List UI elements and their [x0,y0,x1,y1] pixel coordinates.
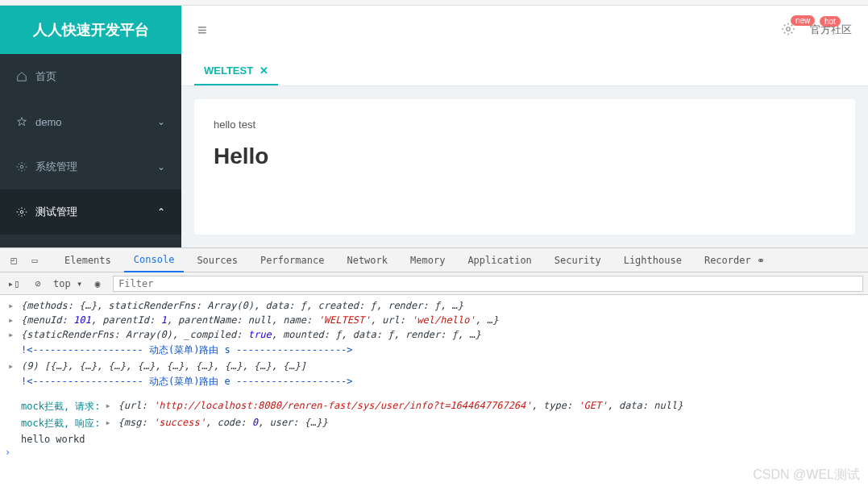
console-toolbar: ▸▯ ⊘ top ▾ ◉ [0,272,868,295]
devtools-tab-network[interactable]: Network [337,248,397,272]
console-log: !<------------------- 动态(菜单)路由 s -------… [0,342,868,359]
star-icon [16,116,27,127]
chevron-down-icon: ⌄ [157,161,165,173]
device-icon[interactable]: ▭ [26,255,44,266]
console-log: hello workd [0,432,868,447]
devtools-tab-performance[interactable]: Performance [251,248,334,272]
sidebar-item-system[interactable]: 系统管理 ⌄ [0,144,181,189]
watermark: CSDN @WEL测试 [753,467,860,484]
sidebar-item-home[interactable]: 首页 [0,54,181,99]
devtools-tabs: ◰ ▭ Elements Console Sources Performance… [0,248,868,272]
home-icon [16,71,27,82]
console-output: ▸{methods: {…}, staticRenderFns: Array(0… [0,295,868,461]
gear-icon [16,206,27,218]
brand-title: 人人快速开发平台 [0,6,181,54]
chevron-down-icon: ⌄ [157,116,165,127]
svg-point-2 [787,27,791,31]
sidebar-item-label: 首页 [35,69,56,84]
svg-point-0 [20,165,23,168]
svg-point-1 [20,210,23,214]
browser-bookmarks-bar [0,0,868,6]
sidebar-item-demo[interactable]: demo ⌄ [0,99,181,144]
console-log[interactable]: ▸(9) [{…}, {…}, {…}, {…}, {…}, {…}, {…},… [0,359,868,373]
menu-toggle-icon[interactable]: ≡ [197,21,207,39]
close-icon[interactable]: ✕ [260,64,268,77]
app-shell: 人人快速开发平台 首页 demo ⌄ 系统管理 ⌄ 测试管理 [0,6,868,247]
badge-hot: hot [820,16,841,27]
console-log[interactable]: ▸{staticRenderFns: Array(0), _compiled: … [0,327,868,342]
sidebar-item-label: demo [35,116,62,128]
devtools-tab-elements[interactable]: Elements [55,248,121,272]
content-subtext: hello test [214,118,836,131]
sidebar: 人人快速开发平台 首页 demo ⌄ 系统管理 ⌄ 测试管理 [0,6,181,247]
console-log[interactable]: ▸{methods: {…}, staticRenderFns: Array(0… [0,298,868,313]
clear-console-icon[interactable]: ⊘ [29,278,47,289]
sidebar-item-test[interactable]: 测试管理 ⌃ [0,189,181,235]
sidebar-item-label: 系统管理 [35,160,77,174]
tab-weltest[interactable]: WELTEST ✕ [194,56,278,85]
eye-icon[interactable]: ◉ [89,278,106,289]
context-select[interactable]: top ▾ [53,278,82,289]
community-link[interactable]: 官方社区 hot [810,23,852,37]
console-log[interactable]: mock拦截, 响应: ▸{msg: 'success', code: 0, u… [0,415,868,432]
console-log: !<------------------- 动态(菜单)路由 e -------… [0,373,868,390]
devtools-tab-recorder[interactable]: Recorder ⚭ [695,248,775,272]
main-area: ≡ new 官方社区 hot WELTEST ✕ hello test Hell… [181,6,868,247]
devtools-tab-sources[interactable]: Sources [187,248,247,272]
tab-label: WELTEST [204,64,253,77]
console-prompt[interactable]: › [0,447,868,458]
chevron-up-icon: ⌃ [157,206,165,218]
sidebar-item-label: 测试管理 [35,205,77,219]
content-panel: hello test Hello [194,99,855,235]
console-log[interactable]: ▸{menuId: 101, parentId: 1, parentName: … [0,313,868,327]
devtools-panel: ◰ ▭ Elements Console Sources Performance… [0,247,868,461]
devtools-tab-application[interactable]: Application [458,248,541,272]
devtools-tab-security[interactable]: Security [545,248,611,272]
filter-input[interactable] [113,276,863,292]
devtools-tab-lighthouse[interactable]: Lighthouse [614,248,691,272]
settings-button[interactable]: new [781,22,795,39]
console-log[interactable]: mock拦截, 请求: ▸{url: 'http://localhost:808… [0,398,868,415]
inspect-icon[interactable]: ◰ [5,255,23,266]
topbar: ≡ new 官方社区 hot [181,6,868,54]
content-heading: Hello [214,143,836,169]
gear-icon [16,161,27,173]
devtools-tab-memory[interactable]: Memory [401,248,455,272]
devtools-tab-console[interactable]: Console [124,248,185,272]
tabs-bar: WELTEST ✕ [181,54,868,86]
sidebar-toggle-icon[interactable]: ▸▯ [5,278,23,289]
